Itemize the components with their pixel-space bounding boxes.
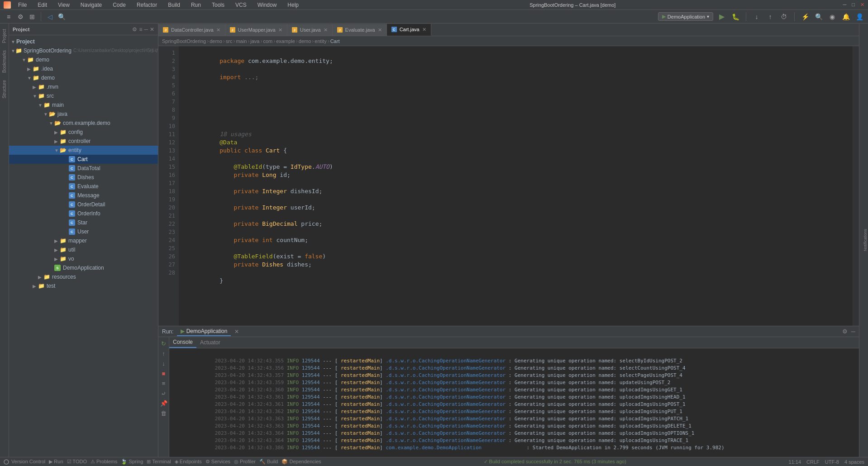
tree-project-root[interactable]: ▼ Project	[9, 37, 158, 46]
tree-test-folder[interactable]: ▶ 📁 test	[9, 281, 158, 290]
notifications-vertical[interactable]: Notifications	[863, 227, 868, 253]
close-button[interactable]: ✕	[860, 2, 864, 8]
bc-cart[interactable]: Cart	[330, 38, 340, 44]
tree-dishes-file[interactable]: C Dishes	[9, 173, 158, 182]
run-demoapplication-btn[interactable]: ▶ DemoApplication	[177, 327, 231, 336]
tree-util-folder[interactable]: ▶ 📁 util	[9, 245, 158, 254]
refactor-menu[interactable]: Refactor	[133, 1, 161, 9]
help-menu[interactable]: Help	[284, 1, 302, 9]
tab-user[interactable]: J User.java ✕	[287, 24, 333, 36]
cursor-position[interactable]: 11:14	[789, 459, 801, 465]
bc-example[interactable]: example	[276, 38, 295, 44]
navigate-menu[interactable]: Navigate	[77, 1, 105, 9]
encoding[interactable]: UTF-8	[825, 459, 839, 465]
panel-close-icon[interactable]: ✕	[150, 26, 154, 33]
tree-vo-folder[interactable]: ▶ 📁 vo	[9, 254, 158, 263]
dependencies-btn[interactable]: 📦 Dependencies	[281, 459, 321, 465]
stop-btn[interactable]: ■	[159, 369, 168, 378]
tools-menu[interactable]: Tools	[208, 1, 228, 9]
tree-orderinfo-file[interactable]: C OrderInfo	[9, 209, 158, 218]
panel-collapse-icon[interactable]: ─	[144, 26, 148, 33]
spring-btn[interactable]: 🍃 Spring	[121, 459, 143, 465]
vcs-menu[interactable]: VCS	[232, 1, 250, 9]
run-close-icon[interactable]: ─	[851, 328, 855, 335]
power-save-btn[interactable]: ⚡	[800, 12, 810, 22]
tree-springboot-root[interactable]: ▼ 📁 SpringBootOrdering C:\Users\zanbaike…	[9, 46, 158, 55]
bc-demo[interactable]: demo	[210, 38, 222, 44]
file-menu[interactable]: File	[14, 1, 30, 9]
bc-com[interactable]: com	[263, 38, 272, 44]
edit-menu[interactable]: Edit	[34, 1, 51, 9]
services-btn[interactable]: ⚙ Services	[205, 459, 230, 465]
tab-close-usermapper[interactable]: ✕	[278, 27, 282, 33]
scroll-down-btn[interactable]: ↓	[159, 359, 168, 368]
profile-btn[interactable]: ◉	[827, 12, 837, 22]
search-btn[interactable]: 🔍	[814, 12, 824, 22]
run-menu[interactable]: Run	[187, 1, 205, 9]
tree-orderdetail-file[interactable]: C OrderDetail	[9, 200, 158, 209]
profiler-btn[interactable]: ◎ Profiler	[234, 459, 256, 465]
tree-main-folder[interactable]: ▼ 📁 main	[9, 100, 158, 109]
debug-btn[interactable]: 🐛	[730, 12, 740, 22]
tree-demoapplication-file[interactable]: S DemoApplication	[9, 263, 158, 272]
bc-entity[interactable]: entity	[315, 38, 326, 44]
layout-btn[interactable]: ⊞	[27, 12, 37, 22]
bc-main[interactable]: main	[236, 38, 247, 44]
settings-btn[interactable]: ⚙	[15, 12, 25, 22]
restart-btn[interactable]: ↻	[159, 339, 168, 348]
line-separator[interactable]: CRLF	[806, 459, 820, 465]
view-menu[interactable]: View	[54, 1, 73, 9]
tab-datacontroller[interactable]: J DataController.java ✕	[158, 24, 225, 36]
search-everywhere-btn[interactable]: 🔍	[57, 12, 67, 22]
git-history-btn[interactable]: ⏱	[779, 12, 789, 22]
tree-package-folder[interactable]: ▼ 📂 com.example.demo	[9, 119, 158, 128]
tree-cart-file[interactable]: C Cart	[9, 155, 158, 164]
account-btn[interactable]: 👤	[854, 12, 864, 22]
tree-java-folder[interactable]: ▼ 📂 java	[9, 109, 158, 119]
tab-usermapper[interactable]: J UserMapper.java ✕	[225, 24, 287, 36]
panel-settings-icon[interactable]: ⚙	[132, 26, 137, 33]
filter-btn[interactable]: ≡	[159, 379, 168, 388]
panel-layout-icon[interactable]: ≡	[139, 26, 142, 33]
console-tab[interactable]: Console	[169, 337, 196, 348]
build-menu[interactable]: Build	[164, 1, 184, 9]
todo-btn[interactable]: ☑ TODO	[67, 459, 87, 465]
tree-demo-module[interactable]: ▼ 📁 demo	[9, 55, 158, 64]
actuator-tab[interactable]: Actuator	[196, 337, 224, 348]
tab-close-cart[interactable]: ✕	[422, 27, 426, 33]
tree-controller-folder[interactable]: ▶ 📁 controller	[9, 137, 158, 146]
version-control-btn[interactable]: Version Control	[4, 459, 45, 465]
pin-btn[interactable]: 📌	[159, 399, 168, 408]
indent-setting[interactable]: 4 spaces	[844, 459, 864, 465]
scroll-up-btn[interactable]: ↑	[159, 349, 168, 358]
structure-tab-vertical[interactable]: Structure	[1, 76, 8, 102]
project-view-toggle[interactable]: ≡	[4, 12, 14, 22]
run-configuration[interactable]: ▶ DemoApplication ▾	[658, 12, 713, 21]
tree-resources-folder[interactable]: ▶ 📁 resources	[9, 272, 158, 281]
git-update-btn[interactable]: ↓	[752, 12, 762, 22]
run-close-tab[interactable]: ✕	[234, 328, 239, 335]
minimize-button[interactable]: ─	[843, 2, 847, 8]
tree-evaluate-file[interactable]: C Evaluate	[9, 182, 158, 191]
tab-cart[interactable]: C Cart.java ✕	[387, 24, 431, 36]
bc-src[interactable]: src	[226, 38, 233, 44]
run-settings-icon[interactable]: ⚙	[842, 328, 848, 335]
back-btn[interactable]: ◁	[45, 12, 55, 22]
bookmarks-tab-vertical[interactable]: Bookmarks	[1, 47, 8, 76]
run-btn[interactable]: ▶	[717, 12, 727, 22]
clear-btn[interactable]: 🗑	[159, 409, 168, 418]
wrap-btn[interactable]: ⤾	[159, 389, 168, 398]
tree-star-file[interactable]: C Star	[9, 218, 158, 227]
tree-datatotal-file[interactable]: C DataTotal	[9, 164, 158, 173]
tree-entity-folder[interactable]: ▼ 📂 entity	[9, 146, 158, 155]
maximize-button[interactable]: □	[852, 2, 855, 8]
tab-close-user[interactable]: ✕	[324, 27, 328, 33]
code-editor[interactable]: 1 2 3 4 5 6 7 8 9 10 11 12 13 14 15 16 1…	[158, 46, 859, 326]
bc-demo2[interactable]: demo	[299, 38, 311, 44]
tree-message-file[interactable]: C Message	[9, 191, 158, 200]
tree-mapper-folder[interactable]: ▶ 📁 mapper	[9, 236, 158, 245]
run-status-btn[interactable]: ▶ Run	[49, 459, 63, 465]
problems-btn[interactable]: ⚠ Problems	[91, 459, 118, 465]
git-push-btn[interactable]: ↑	[765, 12, 775, 22]
project-tab-vertical[interactable]: Project	[1, 25, 8, 47]
